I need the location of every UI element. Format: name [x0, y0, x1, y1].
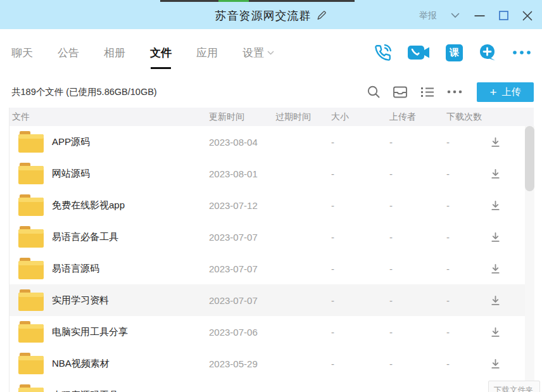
group-file-window: 苏音资源网交流群 举报 聊天 公告 相册 文件	[0, 0, 542, 392]
file-uploader: -	[387, 263, 444, 274]
search-icon[interactable]	[367, 85, 381, 99]
voice-call-icon[interactable]	[374, 44, 391, 61]
column-downloads: 下载次数	[444, 111, 488, 123]
file-name: 免费在线影视app	[52, 199, 125, 212]
file-row[interactable]: 小程序源码工具	[9, 379, 534, 392]
file-downloads: -	[444, 232, 488, 243]
file-name: 易语言必备工具	[52, 231, 118, 243]
file-updated: 2023-07-07	[206, 263, 273, 274]
file-row[interactable]: APP源码 2023-08-04 - - -	[9, 126, 534, 158]
file-row[interactable]: 易语言必备工具 2023-07-07 - - -	[9, 221, 534, 253]
file-name: 电脑实用工具分享	[52, 326, 128, 338]
file-row[interactable]: 电脑实用工具分享 2023-07-06 - - -	[9, 316, 534, 348]
tab-chat[interactable]: 聊天	[11, 46, 33, 60]
column-expire: 过期时间	[273, 111, 329, 123]
more-actions-icon[interactable]	[512, 50, 531, 55]
folder-icon	[18, 353, 44, 374]
file-downloads: -	[444, 358, 488, 369]
upload-button[interactable]: + 上传	[477, 82, 534, 102]
file-name: 实用学习资料	[52, 294, 109, 307]
file-row[interactable]: NBA视频素材 2023-05-29 - - -	[9, 348, 534, 379]
close-button[interactable]	[522, 10, 533, 22]
file-downloads: -	[444, 327, 488, 338]
file-updated: 2023-07-07	[206, 232, 273, 243]
download-folder-tooltip: 下载文件夹	[488, 381, 540, 392]
file-size: -	[329, 295, 387, 306]
list-view-icon[interactable]	[420, 86, 435, 98]
file-size: -	[329, 327, 387, 338]
scrollbar-thumb[interactable]	[525, 126, 534, 191]
more-tools-icon[interactable]	[447, 90, 462, 94]
file-updated: 2023-05-29	[206, 358, 273, 369]
file-updated: 2023-07-07	[206, 295, 273, 306]
tab-album[interactable]: 相册	[104, 46, 125, 60]
download-icon	[489, 168, 501, 180]
column-size: 大小	[329, 111, 387, 123]
table-body: APP源码 2023-08-04 - - - 网站源码	[9, 126, 534, 392]
tab-bar: 聊天 公告 相册 文件 应用 设置	[0, 46, 274, 60]
file-downloads: -	[444, 295, 488, 306]
file-row[interactable]: 免费在线影视app 2023-07-12 - - -	[9, 189, 534, 221]
file-row[interactable]: 网站源码 2023-08-01 - - -	[9, 158, 534, 189]
chevron-down-icon[interactable]	[450, 10, 461, 22]
file-downloads: -	[444, 200, 488, 211]
file-uploader: -	[387, 327, 444, 338]
file-uploader: -	[387, 295, 444, 306]
folder-icon	[18, 289, 44, 311]
file-table: 文件 更新时间 过期时间 大小 上传者 下载次数 APP源码 2023-08-0…	[9, 108, 534, 392]
column-updated: 更新时间	[206, 111, 273, 123]
file-stats-row: 共189个文件 (已使用5.86GB/10GB) + 上传	[0, 76, 542, 108]
tab-announcement[interactable]: 公告	[58, 46, 79, 60]
file-row[interactable]: 实用学习资料 2023-07-07 - - -	[9, 284, 534, 316]
file-uploader: -	[387, 200, 444, 211]
folder-icon	[18, 321, 44, 343]
file-row[interactable]: 易语言源码 2023-07-07 - - -	[9, 253, 534, 284]
group-action-icons: 课	[374, 44, 542, 61]
download-icon	[489, 136, 501, 148]
file-updated: 2023-07-12	[206, 200, 273, 211]
file-name: 小程序源码工具	[52, 389, 118, 392]
file-downloads: -	[444, 137, 488, 148]
class-icon[interactable]: 课	[446, 44, 463, 61]
file-name: 易语言源码	[52, 263, 99, 275]
inbox-icon[interactable]	[393, 85, 408, 99]
report-link[interactable]: 举报	[419, 10, 437, 22]
tab-apps[interactable]: 应用	[196, 46, 218, 60]
folder-icon	[18, 163, 44, 184]
table-header: 文件 更新时间 过期时间 大小 上传者 下载次数	[9, 108, 534, 126]
file-downloads: -	[444, 168, 488, 179]
file-size: -	[329, 263, 387, 274]
file-uploader: -	[387, 358, 444, 369]
folder-icon	[18, 384, 44, 392]
file-size: -	[329, 232, 387, 243]
file-uploader: -	[387, 232, 444, 243]
edit-title-icon[interactable]	[316, 10, 327, 22]
tabs-row: 聊天 公告 相册 文件 应用 设置	[0, 29, 542, 76]
add-service-icon[interactable]	[479, 44, 496, 61]
file-name: 网站源码	[52, 168, 90, 180]
file-size: -	[329, 168, 387, 179]
tab-files[interactable]: 文件	[150, 46, 172, 60]
maximize-button[interactable]	[498, 10, 509, 22]
download-icon	[489, 294, 501, 307]
download-icon	[489, 199, 501, 212]
window-title: 苏音资源网交流群	[215, 8, 312, 23]
titlebar: 苏音资源网交流群 举报	[0, 2, 542, 29]
folder-icon	[18, 131, 44, 153]
column-file: 文件	[9, 111, 206, 123]
file-count-summary: 共189个文件 (已使用5.86GB/10GB)	[0, 86, 157, 98]
video-call-icon[interactable]	[407, 44, 430, 61]
download-icon	[489, 263, 501, 275]
folder-icon	[18, 258, 44, 279]
tab-settings[interactable]: 设置	[243, 46, 274, 60]
folder-icon	[18, 226, 44, 248]
file-uploader: -	[387, 168, 444, 179]
download-icon	[489, 358, 501, 370]
minimize-button[interactable]	[474, 10, 485, 22]
column-uploader: 上传者	[387, 111, 444, 123]
chevron-down-icon	[267, 51, 274, 55]
file-name: APP源码	[52, 136, 90, 148]
download-icon	[489, 231, 501, 243]
plus-icon: +	[489, 86, 496, 98]
file-uploader: -	[387, 137, 444, 148]
